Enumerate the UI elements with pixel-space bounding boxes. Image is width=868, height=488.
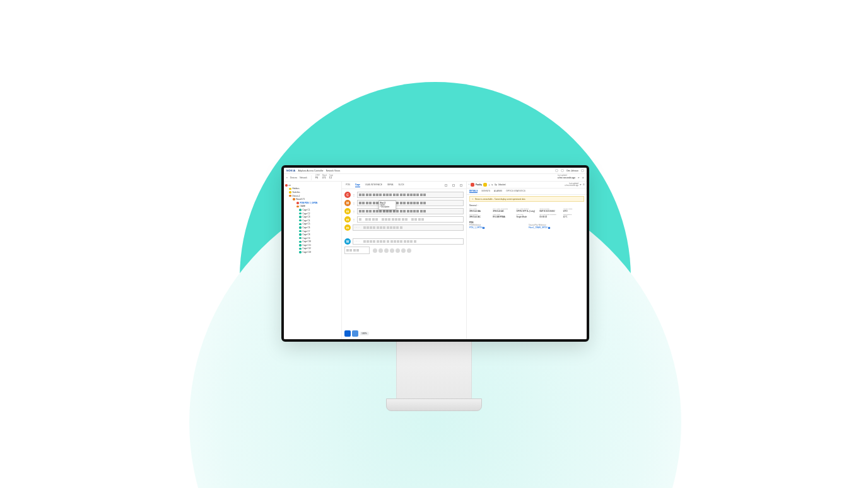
breadcrumb[interactable]: Network Views — [326, 170, 340, 172]
apps-icon[interactable] — [581, 169, 584, 172]
section-general[interactable]: General — [467, 203, 587, 208]
tab-infra[interactable]: INFRA — [387, 183, 394, 187]
rack-row[interactable]: m⋮ — [344, 208, 464, 214]
row-badge[interactable]: C — [344, 192, 351, 198]
panel-menu-icon[interactable]: ☰ — [583, 183, 585, 186]
lt-selector[interactable]: LT/NTP4 — [315, 175, 320, 180]
tab-pon[interactable]: PON — [346, 183, 350, 187]
zoom-fit-button[interactable] — [344, 330, 351, 337]
device-tree[interactable]: ne HotdocsSwitchesDevice-1Board LT1PON P… — [284, 182, 342, 339]
last-updated-top: Last updateda few seconds ago — [558, 175, 575, 180]
refresh-icon[interactable]: ⟳ — [578, 177, 580, 179]
reference-link[interactable]: PON ReferencePON_1_GPON — [469, 224, 525, 229]
row-menu-icon[interactable]: ⋮ — [353, 194, 355, 197]
slot-bar[interactable] — [357, 200, 464, 206]
slot-bar[interactable] — [357, 216, 464, 223]
row-badge[interactable]: m — [344, 224, 351, 231]
property: Fiber TypeSingle Mode — [516, 214, 537, 218]
detail-tab-optics-statistics[interactable]: OPTICS STATISTICS — [506, 190, 525, 193]
search-icon[interactable] — [555, 169, 558, 172]
property: SFP Last Time Changed09:36:32 — [540, 214, 561, 218]
row-menu-icon[interactable]: ⋮ — [353, 210, 355, 213]
zoom-reset-button[interactable] — [352, 330, 358, 337]
rack-row[interactable]: W· · · · · — [344, 238, 464, 245]
rack-row[interactable]: m· · · · · — [344, 224, 464, 231]
center-panel: PONCageVLAN INTERFACEINFRASLICE C⋮M⋮m⋮m⋮… — [342, 182, 467, 339]
more-icon[interactable]: ⋮ — [488, 183, 490, 186]
port-circles — [372, 248, 413, 253]
unlock-state: Unlocked — [498, 183, 506, 186]
app-root: NOKIA Altiplano Access Controller Networ… — [284, 168, 587, 339]
row-menu-icon[interactable]: ⋮ — [353, 202, 355, 205]
row-badge[interactable]: W — [344, 238, 351, 245]
pon-subheader: PON — [467, 220, 587, 224]
rack-row[interactable] — [344, 233, 464, 236]
sort-icon[interactable]: ⇅ — [491, 183, 493, 186]
detail-tab-details[interactable]: DETAILS — [469, 190, 478, 193]
devices-toggle[interactable]: Devices — [290, 177, 297, 179]
brand-logo: NOKIA — [286, 169, 295, 172]
details-header: ‹ Faulty ⋮ ⇅ Up Unlocked Last updateda f… — [467, 182, 587, 189]
user-name[interactable]: Den Johnson — [566, 170, 578, 172]
refresh-panel-icon[interactable]: ⟳ — [580, 183, 582, 186]
external-link-icon — [483, 227, 484, 229]
close-icon[interactable] — [460, 184, 462, 187]
back-icon[interactable]: ‹ — [469, 183, 469, 186]
slot-bar[interactable] — [357, 192, 464, 198]
status-dot-red — [471, 183, 474, 187]
property: SFP Model3FE25441AA — [469, 208, 490, 212]
rack-row[interactable]: C⋮ — [344, 192, 464, 198]
row-menu-icon[interactable]: ⋮ — [353, 218, 355, 221]
titlebar: NOKIA Altiplano Access Controller Networ… — [284, 168, 587, 174]
updated-value: a few seconds ago — [565, 185, 578, 187]
property: SFP Model DetailsGPON SFP B+ (Long) — [516, 208, 537, 212]
property: Vendor NameWTD — [563, 208, 584, 212]
details-tabs: DETAILSINTENTSALARMSOPTICS STATISTICS — [467, 189, 587, 195]
monitor-foot — [386, 398, 482, 411]
slot-bar[interactable]: · · · · · — [353, 224, 464, 231]
center-tabs: PONCageVLAN INTERFACEINFRASLICE — [342, 182, 466, 189]
property: Part Number3FE25441AC — [469, 214, 490, 218]
network-toggle[interactable]: Network — [300, 177, 307, 179]
row-badge[interactable]: M — [344, 200, 351, 206]
board-selector[interactable]: BoardLT1 — [322, 175, 327, 180]
row-badge[interactable]: m — [344, 208, 351, 214]
warning-banner: Device is unreachable – Cannot display c… — [469, 196, 584, 202]
app-title: Altiplano Access Controller — [298, 170, 323, 172]
external-link-icon — [548, 227, 550, 229]
reference-link[interactable]: Channel Pair ReferenceFiber1_CPAIR_GPON — [529, 224, 584, 229]
property: CLEI CodeBVL3ANPBAA — [493, 214, 513, 218]
settings-icon[interactable]: ⚙ — [582, 177, 584, 179]
rack-row[interactable]: m⋮ — [344, 216, 464, 223]
cage-selector[interactable]: CageC1 — [329, 175, 333, 180]
detail-tab-intents[interactable]: INTENTS — [481, 190, 490, 193]
rack-row[interactable]: M⋮ — [344, 200, 464, 206]
notifications-icon[interactable] — [561, 169, 564, 172]
up-state: Up — [495, 183, 497, 186]
hamburger-icon[interactable]: ≡ — [286, 177, 288, 179]
property: Serial NumberBMT0C81C01682 — [540, 208, 561, 212]
pon-references: PON ReferencePON_1_GPON Channel Pair Ref… — [467, 224, 587, 229]
detail-tab-alarms[interactable]: ALARMS — [494, 190, 502, 193]
toolbar: ≡ Devices Network LT/NTP4 BoardLT1 CageC… — [284, 174, 587, 182]
expand-icon[interactable] — [452, 184, 455, 187]
slot-bar[interactable] — [357, 208, 464, 214]
tab-cage[interactable]: Cage — [355, 183, 360, 187]
monitor-stand — [396, 338, 472, 401]
status-dot-yellow — [483, 183, 487, 187]
property: SFP Model Connected3FE25441AC — [493, 208, 513, 212]
property: Temperature42°C — [563, 214, 584, 218]
bottom-row — [344, 247, 464, 254]
zoom-level[interactable]: 100% — [360, 332, 369, 335]
tree-node[interactable]: Cage C13 — [285, 250, 340, 254]
tab-vlan-interface[interactable]: VLAN INTERFACE — [365, 183, 382, 187]
tab-slice[interactable]: SLICE — [398, 183, 404, 187]
edit-icon[interactable] — [445, 184, 447, 187]
row-badge[interactable]: m — [344, 216, 351, 223]
rack-view[interactable]: C⋮M⋮m⋮m⋮m· · · · ·W· · · · · Port 3 Deta… — [342, 189, 466, 339]
zoom-controls: 100% — [344, 330, 369, 337]
slot-bar[interactable]: · · · · · — [353, 238, 464, 245]
status-badge: Faulty — [476, 183, 482, 186]
details-panel: ‹ Faulty ⋮ ⇅ Up Unlocked Last updateda f… — [467, 182, 587, 339]
general-properties: SFP Model3FE25441AASFP Model Connected3F… — [467, 208, 587, 220]
